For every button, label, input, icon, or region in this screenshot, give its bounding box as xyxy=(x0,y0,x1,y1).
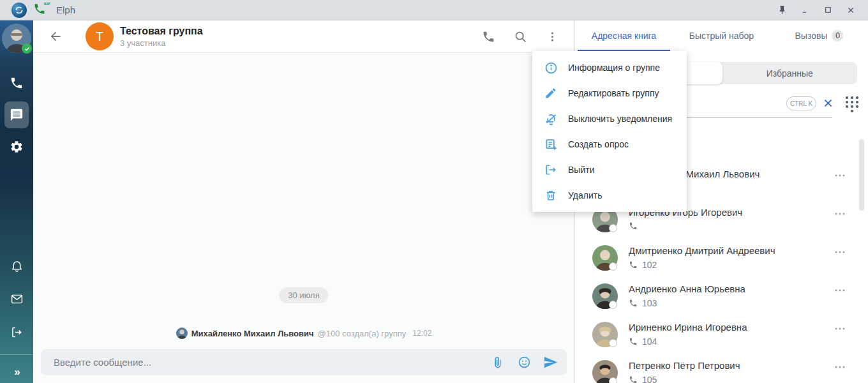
sidebar: » xyxy=(0,20,33,383)
date-separator: 30 июля xyxy=(279,287,328,303)
phone-number: 102 xyxy=(642,260,657,270)
link-icon[interactable] xyxy=(125,380,144,383)
user-avatar[interactable] xyxy=(2,24,31,53)
calls-count-badge: 0 xyxy=(832,30,843,41)
phone-number-icon xyxy=(629,299,638,308)
composer: B I S T xyxy=(33,319,574,383)
tab-speed-dial[interactable]: Быстрый набор xyxy=(673,20,770,51)
contact-more-icon[interactable] xyxy=(832,170,848,181)
minimize-icon[interactable] xyxy=(798,3,812,17)
back-icon[interactable] xyxy=(49,29,63,43)
contact-more-icon[interactable] xyxy=(832,209,848,219)
contact-more-icon[interactable] xyxy=(832,324,848,334)
sidebar-item-chats[interactable] xyxy=(4,101,29,128)
sidebar-divider xyxy=(0,354,33,355)
message-input[interactable] xyxy=(41,357,490,368)
group-avatar[interactable]: T xyxy=(86,22,114,50)
panel-tabs: Адресная книга Быстрый набор Вызовы 0 xyxy=(575,20,868,51)
message-input-box xyxy=(41,349,567,375)
code-icon[interactable] xyxy=(144,380,162,383)
format-toolbar: B I S T xyxy=(41,380,567,383)
title-bar: SIP Elph xyxy=(0,0,868,20)
more-vertical-icon[interactable] xyxy=(544,28,560,45)
composer-icons xyxy=(490,355,567,370)
info-icon xyxy=(544,61,558,75)
contact-row[interactable]: Петренко Пётр Петрович 105 xyxy=(575,359,868,383)
menu-item-mute-notifications[interactable]: Выключить уведомления xyxy=(532,106,687,131)
dialpad-icon[interactable] xyxy=(844,94,860,114)
chat-header: T Тестовая группа 3 участника xyxy=(33,20,574,53)
segment-favorites[interactable]: Избранные xyxy=(722,62,858,84)
sidebar-item-mail[interactable] xyxy=(4,285,29,312)
pin-icon[interactable] xyxy=(775,3,789,17)
maximize-icon[interactable] xyxy=(821,3,835,17)
call-icon[interactable] xyxy=(480,28,497,45)
menu-item-leave[interactable]: Выйти xyxy=(532,157,687,183)
trash-icon xyxy=(544,188,558,202)
chat-title: Тестовая группа xyxy=(120,26,203,37)
search-icon[interactable] xyxy=(512,28,528,45)
contact-row[interactable]: Ириненко Ирина Игоревна 104 xyxy=(575,320,868,359)
contact-more-icon[interactable] xyxy=(832,362,848,372)
pencil-icon xyxy=(544,86,558,100)
chat-header-actions xyxy=(480,28,574,45)
sidebar-nav xyxy=(4,70,29,160)
sidebar-bottom: » xyxy=(0,252,33,383)
chat-area: T Тестовая группа 3 участника xyxy=(33,20,574,383)
sidebar-item-logout[interactable] xyxy=(4,319,29,345)
send-icon[interactable] xyxy=(542,355,558,370)
text-style-button[interactable]: T xyxy=(96,380,115,383)
phone-number: 105 xyxy=(642,375,657,383)
menu-item-delete[interactable]: Удалить xyxy=(532,183,687,208)
chat-subtitle: 3 участника xyxy=(120,38,203,48)
sidebar-item-settings[interactable] xyxy=(4,133,29,160)
phone-number: 104 xyxy=(642,336,657,347)
sip-phone-icon: SIP xyxy=(33,3,49,18)
app-window: SIP Elph xyxy=(0,0,868,383)
presence-badge xyxy=(609,339,617,347)
online-status-badge xyxy=(22,43,32,54)
bell-off-icon xyxy=(544,112,558,126)
close-icon[interactable] xyxy=(844,3,858,17)
window-title: Elph xyxy=(56,4,75,15)
sidebar-item-notifications[interactable] xyxy=(4,252,29,279)
phone-number-icon xyxy=(629,337,638,346)
phone-number: 103 xyxy=(642,298,657,308)
contact-row[interactable]: Дмитриенко Дмитрий Андреевич 102 xyxy=(575,244,868,282)
avatar xyxy=(592,245,618,271)
phone-number-icon xyxy=(629,375,638,383)
menu-item-edit-group[interactable]: Редактировать группу xyxy=(532,80,687,106)
chat-title-block: Тестовая группа 3 участника xyxy=(120,26,203,48)
clear-search-icon[interactable] xyxy=(821,96,835,110)
contact-more-icon[interactable] xyxy=(832,247,848,257)
window-controls xyxy=(775,3,868,17)
attach-icon[interactable] xyxy=(490,355,505,370)
exit-icon xyxy=(544,163,558,177)
presence-badge xyxy=(609,262,617,271)
tab-calls[interactable]: Вызовы 0 xyxy=(770,20,868,51)
panel-scrollbar[interactable] xyxy=(859,139,864,211)
shortcut-chip: CTRL K xyxy=(786,96,816,110)
expand-sidebar-button[interactable]: » xyxy=(14,361,19,383)
group-options-menu: Информация о группе Редактировать группу… xyxy=(532,51,687,212)
numbered-list-icon[interactable] xyxy=(199,380,218,383)
bullet-list-icon[interactable] xyxy=(181,380,199,383)
app-logo-icon xyxy=(11,3,27,18)
tab-address-book[interactable]: Адресная книга xyxy=(575,20,673,51)
sidebar-item-calls[interactable] xyxy=(4,70,29,96)
message-history: 30 июля Михайленко Михаил Львович @100 с… xyxy=(33,53,574,340)
bold-button[interactable]: B xyxy=(41,380,59,383)
presence-badge xyxy=(609,377,617,383)
italic-button[interactable]: I xyxy=(59,380,78,383)
quote-icon[interactable] xyxy=(162,380,181,383)
avatar xyxy=(592,360,618,383)
strikethrough-button[interactable]: S xyxy=(78,380,96,383)
presence-badge xyxy=(609,224,617,232)
menu-item-create-poll[interactable]: Создать опрос xyxy=(532,131,687,157)
contact-row[interactable]: Андриенко Анна Юрьевна 103 xyxy=(575,282,868,320)
poll-icon xyxy=(544,137,558,151)
emoji-icon[interactable] xyxy=(516,355,532,370)
menu-item-group-info[interactable]: Информация о группе xyxy=(532,55,687,80)
contact-more-icon[interactable] xyxy=(832,285,848,296)
presence-badge xyxy=(609,301,617,309)
